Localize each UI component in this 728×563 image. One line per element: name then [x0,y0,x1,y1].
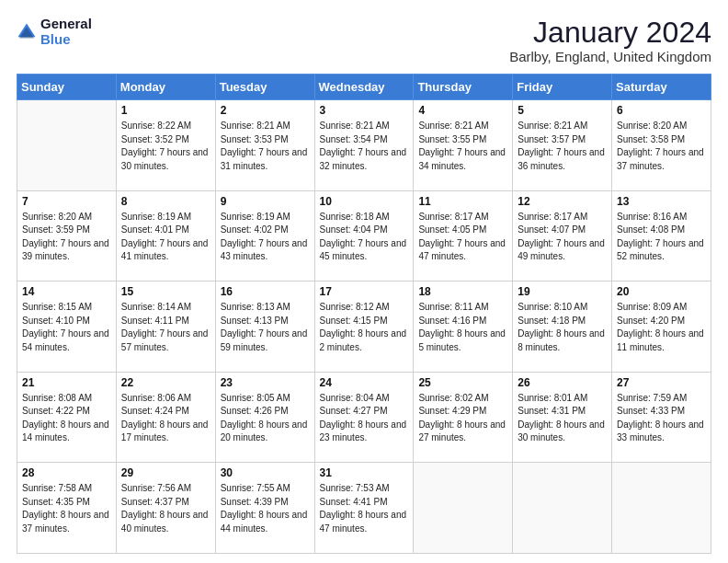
cell-date-number: 20 [617,285,706,298]
cell-sun-info: Sunrise: 8:04 AMSunset: 4:27 PMDaylight:… [320,392,409,445]
cell-sun-info: Sunrise: 8:08 AMSunset: 4:22 PMDaylight:… [22,392,111,445]
cell-sun-info: Sunrise: 8:15 AMSunset: 4:10 PMDaylight:… [22,301,111,354]
cell-date-number: 9 [221,195,310,208]
calendar-cell: 25Sunrise: 8:02 AMSunset: 4:29 PMDayligh… [414,372,513,463]
col-header-thursday: Thursday [414,75,513,100]
calendar-cell: 20Sunrise: 8:09 AMSunset: 4:20 PMDayligh… [612,282,711,373]
cell-date-number: 1 [121,104,210,117]
cell-sun-info: Sunrise: 8:19 AMSunset: 4:01 PMDaylight:… [121,211,210,264]
calendar-header-row: Sunday Monday Tuesday Wednesday Thursday… [17,75,711,100]
cell-date-number: 28 [22,466,111,479]
cell-date-number: 14 [22,285,111,298]
calendar-week-row-3: 14Sunrise: 8:15 AMSunset: 4:10 PMDayligh… [17,282,711,373]
calendar-cell: 24Sunrise: 8:04 AMSunset: 4:27 PMDayligh… [314,372,414,463]
calendar-cell: 11Sunrise: 8:17 AMSunset: 4:05 PMDayligh… [414,190,513,282]
calendar-cell [17,100,117,191]
calendar-cell: 14Sunrise: 8:15 AMSunset: 4:10 PMDayligh… [17,282,117,373]
calendar-cell: 31Sunrise: 7:53 AMSunset: 4:41 PMDayligh… [314,463,414,554]
cell-sun-info: Sunrise: 7:56 AMSunset: 4:37 PMDaylight:… [121,482,210,535]
cell-date-number: 22 [121,376,210,389]
calendar-cell: 4Sunrise: 8:21 AMSunset: 3:55 PMDaylight… [414,100,513,191]
cell-sun-info: Sunrise: 8:21 AMSunset: 3:55 PMDaylight:… [418,120,507,173]
cell-date-number: 26 [518,376,607,389]
cell-date-number: 12 [518,195,607,208]
calendar-cell: 19Sunrise: 8:10 AMSunset: 4:18 PMDayligh… [513,282,612,373]
col-header-wednesday: Wednesday [314,75,414,100]
calendar-week-row-2: 7Sunrise: 8:20 AMSunset: 3:59 PMDaylight… [17,190,711,282]
calendar-week-row-5: 28Sunrise: 7:58 AMSunset: 4:35 PMDayligh… [17,463,711,554]
cell-date-number: 27 [617,376,706,389]
calendar-cell: 9Sunrise: 8:19 AMSunset: 4:02 PMDaylight… [215,190,314,282]
calendar-cell: 17Sunrise: 8:12 AMSunset: 4:15 PMDayligh… [314,282,414,373]
cell-sun-info: Sunrise: 8:02 AMSunset: 4:29 PMDaylight:… [418,392,507,445]
calendar-cell: 2Sunrise: 8:21 AMSunset: 3:53 PMDaylight… [215,100,314,191]
cell-date-number: 31 [320,466,409,479]
cell-sun-info: Sunrise: 8:13 AMSunset: 4:13 PMDaylight:… [221,301,310,354]
cell-date-number: 7 [22,195,111,208]
cell-date-number: 23 [221,376,310,389]
cell-date-number: 13 [617,195,706,208]
calendar-cell: 5Sunrise: 8:21 AMSunset: 3:57 PMDaylight… [513,100,612,191]
calendar-cell: 6Sunrise: 8:20 AMSunset: 3:58 PMDaylight… [612,100,711,191]
cell-sun-info: Sunrise: 7:53 AMSunset: 4:41 PMDaylight:… [320,482,409,535]
cell-date-number: 3 [320,104,409,117]
cell-sun-info: Sunrise: 8:21 AMSunset: 3:54 PMDaylight:… [320,120,409,173]
calendar-cell: 3Sunrise: 8:21 AMSunset: 3:54 PMDaylight… [314,100,414,191]
cell-sun-info: Sunrise: 8:20 AMSunset: 3:58 PMDaylight:… [617,120,706,173]
cell-sun-info: Sunrise: 8:05 AMSunset: 4:26 PMDaylight:… [221,392,310,445]
cell-date-number: 29 [121,466,210,479]
cell-sun-info: Sunrise: 8:10 AMSunset: 4:18 PMDaylight:… [518,301,607,354]
col-header-friday: Friday [513,75,612,100]
calendar-cell: 26Sunrise: 8:01 AMSunset: 4:31 PMDayligh… [513,372,612,463]
logo: General Blue [17,17,92,47]
cell-date-number: 24 [320,376,409,389]
title-block: January 2024 Barlby, England, United Kin… [509,17,711,64]
cell-sun-info: Sunrise: 8:14 AMSunset: 4:11 PMDaylight:… [121,301,210,354]
cell-date-number: 19 [518,285,607,298]
cell-date-number: 25 [418,376,507,389]
calendar-cell: 29Sunrise: 7:56 AMSunset: 4:37 PMDayligh… [116,463,215,554]
cell-date-number: 10 [320,195,409,208]
cell-sun-info: Sunrise: 8:09 AMSunset: 4:20 PMDaylight:… [617,301,706,354]
cell-sun-info: Sunrise: 7:59 AMSunset: 4:33 PMDaylight:… [617,392,706,445]
cell-sun-info: Sunrise: 8:12 AMSunset: 4:15 PMDaylight:… [320,301,409,354]
calendar-cell: 10Sunrise: 8:18 AMSunset: 4:04 PMDayligh… [314,190,414,282]
logo-text: General Blue [40,17,92,47]
cell-sun-info: Sunrise: 8:18 AMSunset: 4:04 PMDaylight:… [320,211,409,264]
cell-sun-info: Sunrise: 8:16 AMSunset: 4:08 PMDaylight:… [617,211,706,264]
calendar-cell: 18Sunrise: 8:11 AMSunset: 4:16 PMDayligh… [414,282,513,373]
cell-sun-info: Sunrise: 8:21 AMSunset: 3:57 PMDaylight:… [518,120,607,173]
cell-sun-info: Sunrise: 7:55 AMSunset: 4:39 PMDaylight:… [221,482,310,535]
cell-sun-info: Sunrise: 8:17 AMSunset: 4:07 PMDaylight:… [518,211,607,264]
calendar-cell: 15Sunrise: 8:14 AMSunset: 4:11 PMDayligh… [116,282,215,373]
cell-date-number: 5 [518,104,607,117]
cell-date-number: 16 [221,285,310,298]
calendar-cell: 16Sunrise: 8:13 AMSunset: 4:13 PMDayligh… [215,282,314,373]
calendar-cell: 27Sunrise: 7:59 AMSunset: 4:33 PMDayligh… [612,372,711,463]
col-header-monday: Monday [116,75,215,100]
cell-date-number: 21 [22,376,111,389]
calendar-cell: 7Sunrise: 8:20 AMSunset: 3:59 PMDaylight… [17,190,117,282]
page: General Blue January 2024 Barlby, Englan… [0,0,728,563]
cell-date-number: 18 [418,285,507,298]
calendar-cell: 13Sunrise: 8:16 AMSunset: 4:08 PMDayligh… [612,190,711,282]
cell-sun-info: Sunrise: 8:11 AMSunset: 4:16 PMDaylight:… [418,301,507,354]
col-header-tuesday: Tuesday [215,75,314,100]
location: Barlby, England, United Kingdom [509,49,711,64]
calendar-table: Sunday Monday Tuesday Wednesday Thursday… [17,74,711,554]
cell-date-number: 8 [121,195,210,208]
calendar-cell: 30Sunrise: 7:55 AMSunset: 4:39 PMDayligh… [215,463,314,554]
cell-sun-info: Sunrise: 8:20 AMSunset: 3:59 PMDaylight:… [22,211,111,264]
cell-sun-info: Sunrise: 8:19 AMSunset: 4:02 PMDaylight:… [221,211,310,264]
cell-date-number: 6 [617,104,706,117]
calendar-cell [612,463,711,554]
calendar-cell: 28Sunrise: 7:58 AMSunset: 4:35 PMDayligh… [17,463,117,554]
calendar-cell: 8Sunrise: 8:19 AMSunset: 4:01 PMDaylight… [116,190,215,282]
cell-date-number: 17 [320,285,409,298]
cell-sun-info: Sunrise: 8:21 AMSunset: 3:53 PMDaylight:… [221,120,310,173]
logo-general: General [40,17,92,32]
header: General Blue January 2024 Barlby, Englan… [17,17,711,64]
cell-sun-info: Sunrise: 8:17 AMSunset: 4:05 PMDaylight:… [418,211,507,264]
calendar-cell: 12Sunrise: 8:17 AMSunset: 4:07 PMDayligh… [513,190,612,282]
cell-date-number: 4 [418,104,507,117]
